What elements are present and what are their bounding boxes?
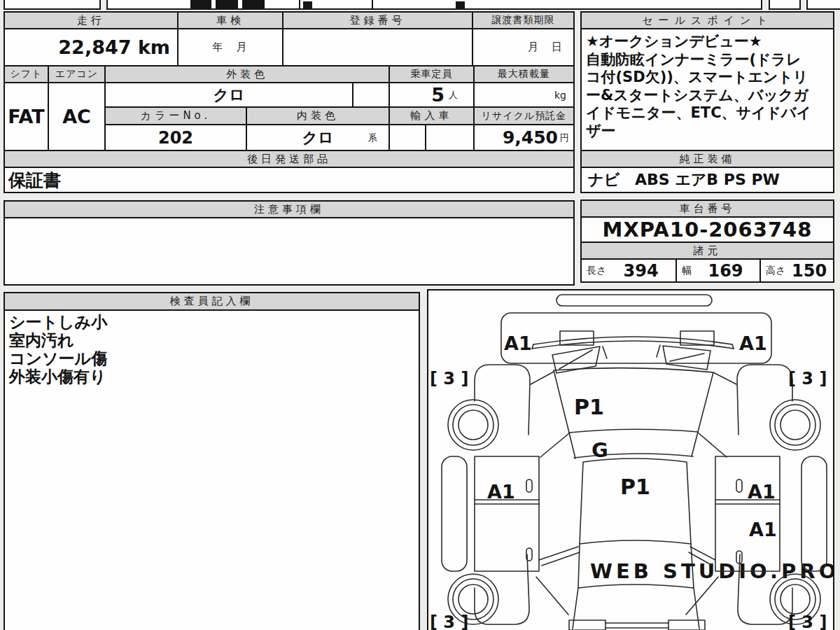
exterior-color-value: クロ [104,82,354,108]
wheel-rear-left-hub [458,584,488,614]
roof-shape [580,458,691,544]
inspector-line: 外装小傷有り [9,368,419,386]
inspection-value: 年 月 [177,28,284,66]
damage-label-door-right-rear: A1 [749,519,777,540]
cowl-band-shape [569,432,698,458]
cutoff-cell [372,0,762,10]
header-mileage: 走行 [4,11,178,29]
cutoff-cell [769,0,801,10]
header-capacity: 乗車定員 [388,65,475,83]
registration-no-value [282,28,473,66]
rocker-left-shape [442,456,467,571]
damage-label-door-left: A1 [487,481,515,503]
bumper-strip-shape [556,295,712,306]
sales-point-line: 自動防眩インナーミラー(ドラレ [586,51,833,69]
header-notes: 注意事項欄 [4,200,575,218]
watermark-text: WEB STUDIO.PRO [590,559,833,583]
header-import-car: 輸入車 [388,106,475,125]
door-right-shape [715,456,780,571]
damage-label-front-left: A1 [504,332,532,354]
notes-body [4,217,575,286]
front-panel-shape [501,313,771,363]
sales-point-line: ー&スタートシステム、バックガ [586,87,833,105]
cowl-arc [532,341,734,349]
cutoff-text-fragment [456,1,465,9]
tire-mark-front-right: [ 3 ] [788,369,827,388]
header-specs: 諸元 [580,241,834,260]
a-pillar-left-lines [531,372,569,457]
capacity-number: 5 [431,84,444,106]
interior-color-suffix: 系 [368,132,377,144]
front-fender-right-shape [737,365,792,435]
header-equipment: 純正装備 [580,150,834,168]
inspector-line: コンソール傷 [9,349,419,368]
cutoff-cell [4,0,101,10]
recycle-deposit-number: 9,450 [503,127,558,148]
front-fender-left-shape [475,365,530,435]
exterior-color-sub-cell [352,82,390,108]
wheel-front-right [770,400,820,450]
car-top-view-diagram: WEB STUDIO.PRO [428,290,833,630]
damage-label-hood: P1 [574,395,604,419]
spec-length-label: 長さ [582,265,606,277]
wiper-center-lines [603,345,660,358]
spec-length-value: 394 [606,261,676,281]
header-max-load: 最大積載量 [473,65,575,83]
spec-width: 幅 169 [676,258,761,283]
door-handle-left-front [526,479,532,492]
cutoff-text-fragment [216,0,238,9]
import-car-cell-1 [388,124,426,151]
aircon-value: AC [48,82,106,151]
spec-width-value: 169 [692,261,760,281]
wheel-front-right-hub [780,410,810,440]
later-parts-value: 保証書 [4,167,575,193]
equipment-value: ナビ ABS エアB PS PW [580,167,834,193]
header-shift: シフト [4,65,49,83]
rear-fender-left-shape [475,554,529,624]
header-inspection: 車検 [177,11,284,29]
header-exterior-color: 外装色 [104,65,390,83]
inspector-line: 室内汚れ [9,331,419,349]
recycle-deposit-value: 9,450円 [473,124,575,151]
shift-value: FAT [4,82,49,151]
inspector-line: シートしみ小 [9,313,419,331]
wheel-rear-right-hub [780,584,810,614]
damage-diagram-box: WEB STUDIO.PRO [427,289,834,630]
spec-length: 長さ 394 [580,258,677,283]
header-inspector: 検査員記入欄 [4,292,420,311]
header-later-parts: 後日発送部品 [4,150,575,168]
c-pillar-left-lines [536,547,580,615]
header-sales-point: セールスポイント [580,11,834,29]
damage-label-cowl: G [592,438,608,462]
tire-mark-rear-right: [ 3 ] [788,612,827,630]
wheel-front-left-hub [458,410,488,440]
spec-height: 高さ 150 [760,258,834,283]
cutoff-text-fragment [190,0,211,9]
cutoff-text-fragment [303,1,312,9]
door-left-shape [475,456,539,571]
mileage-value: 22,847 km [4,28,178,66]
sales-point-body: ★オークションデビュー★ 自動防眩インナーミラー(ドラレ コ付(SD欠))、スマ… [580,28,834,151]
header-registration-no: 登録番号 [282,11,473,29]
sales-point-line: ★オークションデビュー★ [586,33,833,51]
header-interior-color: 内装色 [246,106,390,125]
spec-height-label: 高さ [761,265,785,277]
sales-point-line: ザー [586,122,833,141]
header-aircon: エアコン [48,65,106,83]
header-transfer-deadline: 譲渡書類期限 [472,11,575,29]
wiper-right-detail [670,354,704,361]
damage-label-front-right: A1 [739,332,767,354]
wheel-front-left [448,400,498,450]
damage-label-door-right-front: A1 [748,481,776,503]
max-load-value: kg [473,82,575,108]
tire-mark-rear-left: [ 3 ] [430,612,468,630]
header-chassis-no: 車台番号 [580,200,834,218]
spec-height-value: 150 [785,261,833,281]
sales-point-line: イドモニター、ETC、サイドバイ [586,104,833,122]
import-car-cell-2 [425,124,475,151]
recycle-deposit-unit: 円 [560,132,569,144]
damage-label-roof: P1 [620,475,650,499]
rear-bumper-left-shape [569,620,606,630]
chassis-no-value: MXPA10-2063748 [580,216,834,243]
capacity-value: 5人 [388,82,475,108]
